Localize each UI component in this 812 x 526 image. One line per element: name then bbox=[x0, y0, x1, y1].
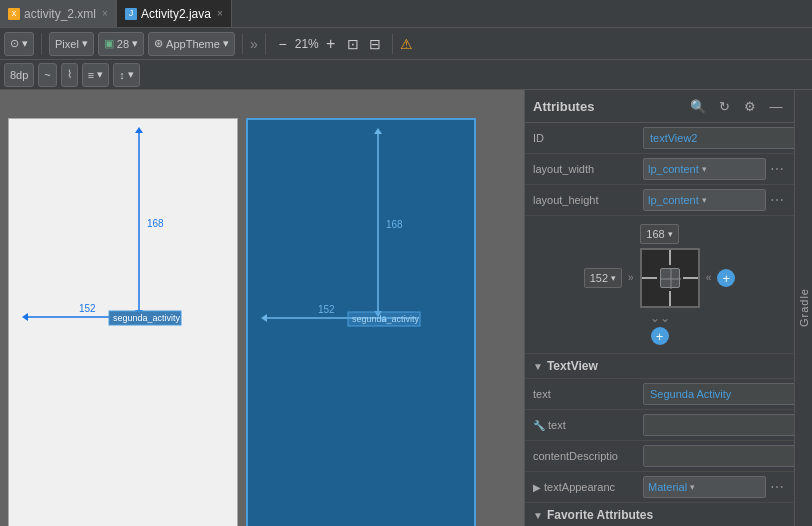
close-java-tab[interactable]: × bbox=[217, 8, 223, 19]
constraint-center-box bbox=[660, 268, 680, 288]
align-tool[interactable]: ~ bbox=[38, 63, 56, 87]
favorite-section-header[interactable]: ▼ Favorite Attributes bbox=[525, 503, 794, 526]
guide-icon: ⌇ bbox=[67, 68, 72, 81]
tab-activity2-java[interactable]: J Activity2.java × bbox=[117, 0, 232, 27]
chain-tool[interactable]: ≡ ▾ bbox=[82, 63, 109, 87]
id-label: ID bbox=[533, 132, 643, 144]
guide-tool[interactable]: ⌇ bbox=[61, 63, 78, 87]
cursor-tool-btn[interactable]: ⊙ ▾ bbox=[4, 32, 34, 56]
add-right-constraint-btn[interactable]: + bbox=[717, 269, 735, 287]
tab-activity2-xml[interactable]: x activity_2.xml × bbox=[0, 0, 117, 27]
canvas-area[interactable]: 168 152 segunda_activity bbox=[0, 90, 524, 526]
svg-text:152: 152 bbox=[318, 304, 335, 315]
constraint-top-val[interactable]: 168 ▾ bbox=[640, 224, 678, 244]
svg-rect-7 bbox=[109, 311, 181, 325]
favorite-triangle: ▼ bbox=[533, 510, 543, 521]
gradle-label: Gradle bbox=[798, 288, 810, 327]
attr-row-id: ID ⋯ bbox=[525, 123, 794, 154]
constraint-top-num: 168 bbox=[646, 228, 664, 240]
constraint-arrow-left bbox=[642, 277, 657, 279]
svg-marker-14 bbox=[261, 314, 267, 322]
layout-width-dropdown[interactable]: lp_content ▾ bbox=[643, 158, 766, 180]
text2-input[interactable] bbox=[643, 414, 794, 436]
content-desc-value-container bbox=[643, 445, 794, 467]
refresh-icon[interactable]: ↻ bbox=[714, 96, 734, 116]
pixel-selector[interactable]: Pixel ▾ bbox=[49, 32, 94, 56]
id-input[interactable] bbox=[643, 127, 794, 149]
pixel-label: Pixel bbox=[55, 38, 79, 50]
text-appearance-value-container: Material ▾ bbox=[643, 476, 766, 498]
attr-scroll-area[interactable]: ID ⋯ layout_width lp_content ▾ ⋯ bbox=[525, 123, 794, 526]
margin-input[interactable]: 8dp bbox=[4, 63, 34, 87]
blueprint-frame[interactable]: 168 152 segunda_activity bbox=[246, 118, 476, 526]
zoom-controls: − 21% + ⊡ ⊟ bbox=[273, 34, 385, 54]
attr-row-text-appearance: ▶ textAppearanc Material ▾ ⋯ bbox=[525, 472, 794, 503]
toolbar-row1: ⊙ ▾ Pixel ▾ ▣ 28 ▾ ⊛ AppTheme ▾ » − 21% … bbox=[0, 28, 812, 60]
wrench-icon: 🔧 bbox=[533, 420, 545, 431]
text-appearance-label: ▶ textAppearanc bbox=[533, 481, 643, 493]
warning-icon: ⚠ bbox=[400, 36, 413, 52]
attributes-panel: Attributes 🔍 ↻ ⚙ — ID ⋯ layout_width lp_… bbox=[524, 90, 794, 526]
constraint-arrow-top bbox=[669, 250, 671, 265]
align-icon: ~ bbox=[44, 69, 50, 81]
text-appearance-arrow: ▾ bbox=[690, 482, 695, 492]
svg-text:152: 152 bbox=[79, 303, 96, 314]
attr-row-layout-height: layout_height lp_content ▾ ⋯ bbox=[525, 185, 794, 216]
attr-row-layout-width: layout_width lp_content ▾ ⋯ bbox=[525, 154, 794, 185]
constraint-left-val[interactable]: 152 ▾ bbox=[584, 268, 622, 288]
content-desc-input[interactable] bbox=[643, 445, 794, 467]
main-content: 168 152 segunda_activity bbox=[0, 90, 812, 526]
close-xml-tab[interactable]: × bbox=[102, 8, 108, 19]
attr-row-content-desc: contentDescriptio ⋯ bbox=[525, 441, 794, 472]
layout-height-more[interactable]: ⋯ bbox=[770, 192, 786, 208]
text-input[interactable] bbox=[643, 383, 794, 405]
constraint-left-num: 152 bbox=[590, 272, 608, 284]
attr-row-text2: 🔧 text ⋯ bbox=[525, 410, 794, 441]
attr-panel-title: Attributes bbox=[533, 99, 682, 114]
text-appearance-more[interactable]: ⋯ bbox=[770, 479, 786, 495]
textview-triangle: ▼ bbox=[533, 361, 543, 372]
zoom-fill-btn[interactable]: ⊟ bbox=[365, 34, 385, 54]
svg-text:segunda_activity: segunda_activity bbox=[113, 313, 181, 323]
layout-width-text: lp_content bbox=[648, 163, 699, 175]
apptheme-selector[interactable]: ⊛ AppTheme ▾ bbox=[148, 32, 235, 56]
zoom-plus-btn[interactable]: + bbox=[321, 34, 341, 54]
favorite-section-label: Favorite Attributes bbox=[547, 508, 653, 522]
design-svg: 168 152 segunda_activity bbox=[9, 119, 239, 526]
xml-icon: x bbox=[8, 8, 20, 20]
design-frame[interactable]: 168 152 segunda_activity bbox=[8, 118, 238, 526]
theme-icon: ⊛ bbox=[154, 37, 163, 50]
text-value-container bbox=[643, 383, 794, 405]
constraint-center-svg bbox=[661, 269, 681, 289]
textview-section-label: TextView bbox=[547, 359, 598, 373]
zoom-fit-btn[interactable]: ⊡ bbox=[343, 34, 363, 54]
search-icon[interactable]: 🔍 bbox=[688, 96, 708, 116]
zoom-minus-btn[interactable]: − bbox=[273, 34, 293, 54]
api-icon: ▣ bbox=[104, 37, 114, 50]
layout-width-more[interactable]: ⋯ bbox=[770, 161, 786, 177]
tab-label-java: Activity2.java bbox=[141, 7, 211, 21]
pack-tool[interactable]: ↕ ▾ bbox=[113, 63, 140, 87]
textview-section-header[interactable]: ▼ TextView bbox=[525, 354, 794, 379]
gradle-sidebar[interactable]: Gradle bbox=[794, 90, 812, 526]
api-arrow: ▾ bbox=[132, 37, 138, 50]
sep1 bbox=[41, 34, 42, 54]
chain-icon: ≡ bbox=[88, 69, 94, 81]
theme-label: AppTheme bbox=[166, 38, 220, 50]
text2-value-container bbox=[643, 414, 794, 436]
theme-arrow: ▾ bbox=[223, 37, 229, 50]
tab-label-xml: activity_2.xml bbox=[24, 7, 96, 21]
layout-height-dropdown[interactable]: lp_content ▾ bbox=[643, 189, 766, 211]
add-bottom-constraint-btn[interactable]: + bbox=[651, 327, 669, 345]
api-level-selector[interactable]: ▣ 28 ▾ bbox=[98, 32, 144, 56]
text-appearance-dropdown[interactable]: Material ▾ bbox=[643, 476, 766, 498]
sep3 bbox=[265, 34, 266, 54]
attr-panel-header: Attributes 🔍 ↻ ⚙ — bbox=[525, 90, 794, 123]
layout-width-arrow: ▾ bbox=[702, 164, 707, 174]
sep4 bbox=[392, 34, 393, 54]
layout-height-value: lp_content ▾ bbox=[643, 189, 766, 211]
id-value-container bbox=[643, 127, 794, 149]
minimize-icon[interactable]: — bbox=[766, 96, 786, 116]
sep2 bbox=[242, 34, 243, 54]
settings-icon[interactable]: ⚙ bbox=[740, 96, 760, 116]
